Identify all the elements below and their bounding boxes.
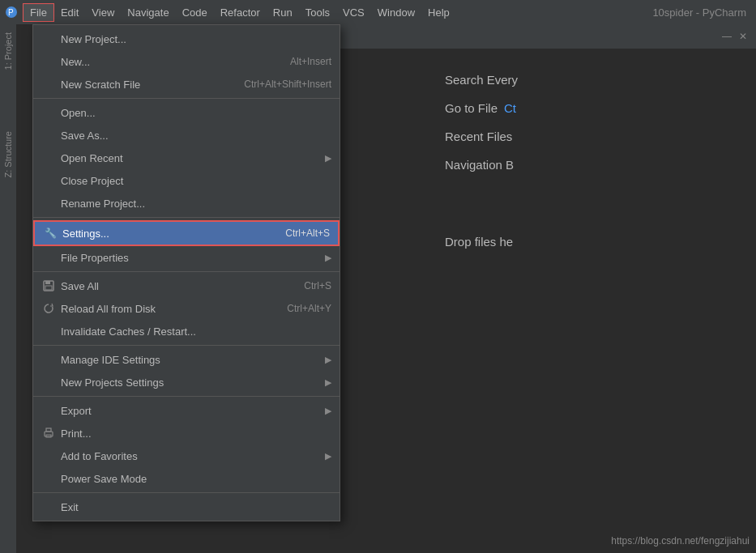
new-projects-settings-icon [41,375,56,389]
app-icon: P [3,4,19,20]
file-dropdown-menu: New Project... New... Alt+Insert New Scr… [32,24,340,521]
add-favorites-arrow: ▶ [325,451,331,462]
separator-2 [33,217,340,218]
power-save-icon [41,471,56,486]
menu-code[interactable]: Code [176,3,214,22]
separator-5 [33,396,340,397]
menu-item-power-save[interactable]: Power Save Mode [33,467,340,490]
new-icon [41,54,56,69]
export-icon [41,403,56,418]
sidebar-tab-structure[interactable]: Z: Structure [2,126,15,182]
save-as-icon [41,128,56,143]
menu-item-exit[interactable]: Exit [33,496,340,518]
menu-tools[interactable]: Tools [299,3,336,22]
menu-vcs[interactable]: VCS [336,3,371,22]
search-everywhere-label: Search Every [445,73,743,87]
separator-1 [33,98,340,99]
separator-6 [33,492,340,493]
navigation-bar-label: Navigation B [445,158,743,172]
reload-icon [41,301,56,316]
menu-item-new-projects-settings[interactable]: New Projects Settings ▶ [33,371,340,393]
separator-3 [33,271,340,272]
menu-item-open[interactable]: Open... [33,101,340,124]
menu-item-close-project[interactable]: Close Project [33,169,340,192]
menu-bar: P File Edit View Navigate Code Refactor … [0,0,756,24]
menu-item-new[interactable]: New... Alt+Insert [33,50,340,73]
file-properties-icon [41,250,56,265]
dropdown-overlay: New Project... New... Alt+Insert New Scr… [32,24,340,521]
menu-item-new-scratch[interactable]: New Scratch File Ctrl+Alt+Shift+Insert [33,73,340,96]
go-to-file-label: Go to File Ct [445,101,743,115]
menu-navigate[interactable]: Navigate [121,3,175,22]
export-arrow: ▶ [325,406,331,416]
menu-item-add-favorites[interactable]: Add to Favorites ▶ [33,445,340,467]
svg-rect-4 [45,286,52,290]
menu-item-rename-project[interactable]: Rename Project... [33,192,340,215]
menu-item-save-all[interactable]: Save All Ctrl+S [33,274,340,297]
manage-ide-arrow: ▶ [325,355,331,365]
right-panel: Search Every Go to File Ct Recent Files … [432,24,756,553]
separator-4 [33,345,340,346]
new-project-icon [41,32,56,46]
menu-run[interactable]: Run [267,3,299,22]
menu-edit[interactable]: Edit [54,3,85,22]
close-project-icon [41,173,56,188]
sidebar-left: 1: Project Z: Structure [0,24,16,553]
settings-icon: 🔧 [43,226,58,240]
drop-files-label: Drop files he [445,235,743,249]
menu-help[interactable]: Help [421,3,456,22]
manage-ide-icon [41,352,56,367]
open-icon [41,105,56,120]
add-favorites-icon [41,449,56,463]
menu-view[interactable]: View [85,3,121,22]
print-icon [41,426,56,440]
menu-item-print[interactable]: Print... [33,422,340,445]
svg-text:P: P [8,8,14,17]
main-area: — ✕ Search Every Go to File Ct Recent Fi… [16,24,756,553]
recent-files-label: Recent Files [445,130,743,143]
svg-rect-6 [46,428,51,432]
menu-item-export[interactable]: Export ▶ [33,399,340,422]
sidebar-tab-project[interactable]: 1: Project [2,28,15,74]
menu-item-reload-all[interactable]: Reload All from Disk Ctrl+Alt+Y [33,297,340,320]
menu-item-file-properties[interactable]: File Properties ▶ [33,246,340,269]
file-properties-arrow: ▶ [325,253,331,263]
menu-item-open-recent[interactable]: Open Recent ▶ [33,147,340,169]
open-recent-arrow: ▶ [325,153,331,164]
menu-item-settings[interactable]: 🔧 Settings... Ctrl+Alt+S [33,220,340,246]
window-title: 10spider - PyCharm [652,6,753,19]
menu-refactor[interactable]: Refactor [214,3,267,22]
new-projects-settings-arrow: ▶ [325,377,331,388]
invalidate-icon [41,324,56,338]
menu-item-save-as[interactable]: Save As... [33,124,340,147]
new-scratch-icon [41,77,56,91]
open-recent-icon [41,151,56,165]
menu-item-new-project[interactable]: New Project... [33,28,340,50]
rename-project-icon [41,196,56,211]
bottom-url: https://blog.csdn.net/fengzijiahui [611,535,750,547]
menu-item-manage-ide[interactable]: Manage IDE Settings ▶ [33,348,340,371]
exit-icon [41,500,56,514]
menu-window[interactable]: Window [371,3,421,22]
menu-file[interactable]: File [23,3,54,22]
svg-rect-3 [45,281,50,284]
save-all-icon [41,279,56,293]
menu-item-invalidate[interactable]: Invalidate Caches / Restart... [33,320,340,342]
